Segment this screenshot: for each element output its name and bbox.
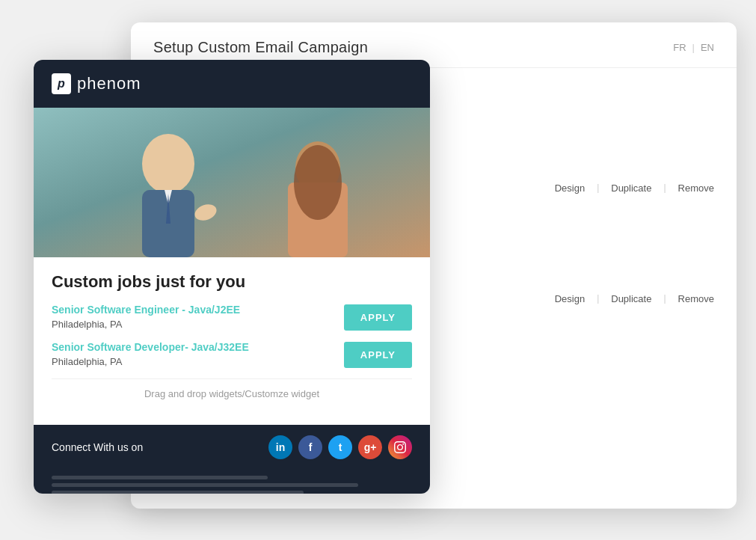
svg-point-1	[142, 134, 194, 194]
footer-line-2	[52, 483, 358, 487]
email-footer-bottom	[34, 470, 430, 494]
phenom-p-icon: p	[52, 73, 71, 94]
job-info-2: Senior Software Developer- Java/J32EE Ph…	[52, 341, 249, 368]
job-listing-2: Senior Software Developer- Java/J32EE Ph…	[52, 341, 412, 368]
email-footer: Connect With us on in f t g+	[34, 425, 430, 470]
drag-drop-hint: Drag and drop widgets/Customze widget	[52, 378, 412, 410]
separator-2a: |	[597, 293, 599, 304]
googleplus-icon[interactable]: g+	[358, 435, 382, 459]
phenom-brand-text: phenom	[77, 74, 141, 93]
job-info-1: Senior Software Engineer - Java/J2EE Phi…	[52, 304, 240, 331]
footer-line-3	[52, 491, 304, 494]
job-title-1[interactable]: Senior Software Engineer - Java/J2EE	[52, 304, 240, 316]
email-header: p phenom	[34, 60, 430, 108]
separator-1b: |	[663, 182, 666, 193]
lang-divider: |	[692, 42, 695, 53]
front-panel: p phenom	[34, 60, 430, 494]
apply-button-1[interactable]: APPLY	[344, 304, 412, 331]
instagram-svg	[394, 441, 406, 453]
separator-2b: |	[663, 293, 666, 304]
connect-text: Connect With us on	[52, 441, 143, 453]
linkedin-icon[interactable]: in	[268, 435, 292, 459]
email-body: Custom jobs just for you Senior Software…	[34, 257, 430, 425]
remove-link-2[interactable]: Remove	[678, 293, 714, 304]
duplicate-link-2[interactable]: Duplicate	[611, 293, 651, 304]
hero-svg	[34, 108, 430, 257]
phenom-logo: p phenom	[52, 73, 141, 94]
email-body-title: Custom jobs just for you	[52, 272, 412, 292]
job-location-1: Philadelphia, PA	[52, 319, 122, 330]
svg-rect-0	[34, 108, 430, 257]
twitter-icon[interactable]: t	[328, 435, 352, 459]
email-hero-image	[34, 108, 430, 257]
lang-en[interactable]: EN	[701, 42, 714, 53]
email-actions-2[interactable]: Design | Duplicate | Remove	[555, 293, 714, 304]
lang-switcher[interactable]: FR | EN	[673, 42, 714, 53]
design-link-2[interactable]: Design	[555, 293, 585, 304]
job-listing-1: Senior Software Engineer - Java/J2EE Phi…	[52, 304, 412, 331]
separator-1a: |	[597, 182, 599, 193]
duplicate-link-1[interactable]: Duplicate	[611, 182, 651, 194]
job-location-2: Philadelphia, PA	[52, 356, 122, 367]
design-link-1[interactable]: Design	[555, 182, 585, 194]
footer-line-1	[52, 476, 268, 479]
job-title-2[interactable]: Senior Software Developer- Java/J32EE	[52, 341, 249, 353]
lang-fr[interactable]: FR	[673, 42, 686, 53]
svg-point-7	[294, 145, 342, 220]
page-title: Setup Custom Email Campaign	[153, 39, 368, 56]
apply-button-2[interactable]: APPLY	[344, 342, 412, 368]
email-actions-1[interactable]: Design | Duplicate | Remove	[555, 182, 714, 194]
instagram-icon[interactable]	[388, 435, 412, 459]
social-icons: in f t g+	[268, 435, 412, 459]
facebook-icon[interactable]: f	[298, 435, 322, 459]
remove-link-1[interactable]: Remove	[678, 182, 714, 194]
